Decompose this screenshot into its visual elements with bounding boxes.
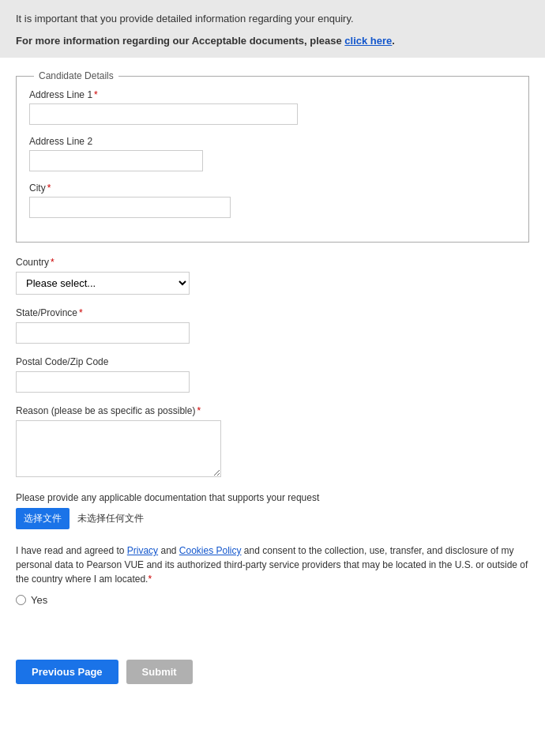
yes-radio-row: Yes — [16, 594, 529, 606]
file-section: Please provide any applicable documentat… — [16, 492, 529, 529]
address2-group: Address Line 2 — [29, 136, 516, 171]
city-label: City* — [29, 182, 516, 194]
info-line2: For more information regarding our Accep… — [16, 33, 529, 49]
address1-group: Address Line 1* — [29, 89, 516, 125]
country-label: Country* — [16, 257, 529, 268]
reason-textarea[interactable] — [16, 420, 221, 477]
state-group: State/Province* — [16, 307, 529, 344]
file-choose-button[interactable]: 选择文件 — [16, 508, 70, 529]
form-area: Candidate Details Address Line 1* Addres… — [0, 58, 545, 636]
address1-label: Address Line 1* — [29, 89, 516, 100]
country-select[interactable]: Please select... United States United Ki… — [16, 272, 190, 295]
submit-button[interactable]: Submit — [126, 660, 193, 684]
consent-text: I have read and agreed to Privacy and Co… — [16, 543, 529, 586]
postal-input[interactable] — [16, 371, 190, 393]
info-banner: It is important that you provide detaile… — [0, 0, 545, 58]
postal-label: Postal Code/Zip Code — [16, 356, 529, 367]
previous-page-button[interactable]: Previous Page — [16, 660, 118, 684]
consent-section: I have read and agreed to Privacy and Co… — [16, 543, 529, 606]
postal-group: Postal Code/Zip Code — [16, 356, 529, 393]
reason-group: Reason (please be as specific as possibl… — [16, 405, 529, 480]
country-group: Country* Please select... United States … — [16, 257, 529, 295]
click-here-link[interactable]: click here — [344, 35, 392, 47]
privacy-link[interactable]: Privacy — [127, 545, 158, 556]
info-line2-prefix: For more information regarding our Accep… — [16, 35, 344, 47]
info-line2-suffix: . — [392, 35, 395, 47]
candidate-details-fieldset: Candidate Details Address Line 1* Addres… — [16, 70, 529, 243]
reason-label: Reason (please be as specific as possibl… — [16, 405, 529, 416]
address1-input[interactable] — [29, 103, 298, 125]
city-group: City* — [29, 182, 516, 218]
cookies-policy-link[interactable]: Cookies Policy — [179, 545, 242, 556]
buttons-row: Previous Page Submit — [0, 652, 545, 692]
state-label: State/Province* — [16, 307, 529, 318]
file-input-row: 选择文件 未选择任何文件 — [16, 508, 529, 529]
info-line1: It is important that you provide detaile… — [16, 11, 529, 27]
state-input[interactable] — [16, 322, 190, 344]
city-input[interactable] — [29, 197, 231, 218]
address2-label: Address Line 2 — [29, 136, 516, 147]
page-wrapper: It is important that you provide detaile… — [0, 0, 545, 756]
file-no-file-text: 未选择任何文件 — [77, 512, 144, 525]
fieldset-legend: Candidate Details — [34, 70, 118, 81]
consent-yes-radio[interactable] — [16, 595, 26, 605]
address2-input[interactable] — [29, 150, 203, 171]
file-section-label: Please provide any applicable documentat… — [16, 492, 529, 503]
yes-label: Yes — [31, 594, 47, 606]
